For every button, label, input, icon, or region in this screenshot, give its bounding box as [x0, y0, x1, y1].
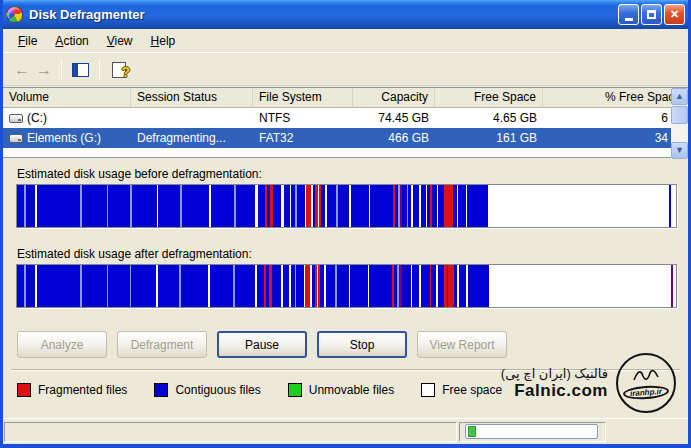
watermark-text: فالنیک (ایران اچ پی) Falnic.com	[501, 366, 608, 401]
usage-map-after	[16, 264, 677, 308]
toolbar-separator	[99, 60, 100, 80]
watermark-stamp-logo: iranhp.ir	[616, 353, 676, 413]
pause-button[interactable]: Pause	[217, 331, 307, 358]
minimize-button[interactable]	[618, 4, 639, 25]
after-defrag-label: Estimated disk usage after defragmentati…	[17, 247, 252, 261]
before-defrag-label: Estimated disk usage before defragmentat…	[17, 167, 262, 181]
close-icon: ✕	[670, 8, 679, 21]
legend-free-space: Free space	[421, 383, 502, 397]
list-header: Volume Session Status File System Capaci…	[3, 88, 688, 108]
console-tree-icon[interactable]	[72, 63, 89, 77]
action-button-row: Analyze Defragment Pause Stop View Repor…	[17, 331, 507, 358]
table-row-elements-g-selected[interactable]: Elements (G:) Defragmenting... FAT32 466…	[3, 128, 688, 148]
progress-panel	[459, 422, 606, 442]
fragmented-swatch	[17, 383, 31, 397]
menu-bar: File Action View Help	[3, 29, 688, 53]
table-row-c-drive[interactable]: (C:) NTFS 74.45 GB 4.65 GB 6 %	[3, 108, 688, 128]
window-title: Disk Defragmenter	[29, 7, 616, 22]
usage-map-before	[16, 184, 677, 228]
title-bar[interactable]: Disk Defragmenter ✕	[0, 0, 691, 29]
back-icon[interactable]: ←	[11, 61, 33, 79]
menu-help[interactable]: Help	[142, 31, 185, 51]
defragment-button[interactable]: Defragment	[117, 331, 207, 358]
close-button[interactable]: ✕	[664, 4, 685, 25]
maximize-button[interactable]	[641, 4, 662, 25]
forward-icon[interactable]: →	[33, 61, 55, 79]
volume-list: Volume Session Status File System Capaci…	[3, 87, 688, 158]
menu-view[interactable]: View	[98, 31, 142, 51]
watermark: فالنیک (ایران اچ پی) Falnic.com iranhp.i…	[501, 353, 676, 413]
legend: Fragmented files Contiguous files Unmova…	[17, 383, 529, 397]
status-bar	[3, 418, 688, 444]
column-header-session-status[interactable]: Session Status	[131, 88, 253, 108]
column-header-free-space[interactable]: Free Space	[435, 88, 543, 108]
column-header-file-system[interactable]: File System	[253, 88, 353, 108]
stop-button[interactable]: Stop	[317, 331, 407, 358]
stamp-signature-icon	[631, 367, 661, 385]
scroll-down-icon[interactable]: ▼	[671, 142, 688, 159]
drive-icon	[9, 134, 23, 143]
maximize-icon	[647, 10, 656, 19]
legend-unmovable: Unmovable files	[288, 383, 394, 397]
menu-file[interactable]: File	[9, 31, 46, 51]
analyze-button[interactable]: Analyze	[17, 331, 107, 358]
view-report-button[interactable]: View Report	[417, 331, 507, 358]
menu-action[interactable]: Action	[46, 31, 97, 51]
minimize-icon	[625, 18, 633, 21]
unmovable-swatch	[288, 383, 302, 397]
list-scrollbar[interactable]: ▲ ▼	[671, 88, 688, 159]
stamp-site-text: iranhp.ir	[623, 384, 670, 400]
column-header-capacity[interactable]: Capacity	[353, 88, 435, 108]
watermark-persian-text: فالنیک (ایران اچ پی)	[501, 366, 608, 381]
contiguous-swatch	[154, 383, 168, 397]
status-panel	[4, 422, 457, 442]
column-header-volume[interactable]: Volume	[3, 88, 131, 108]
scrollbar-thumb[interactable]	[671, 106, 688, 124]
free-space-swatch	[421, 383, 435, 397]
defragmenter-disk-icon	[6, 6, 23, 23]
toolbar: ← → ?	[3, 54, 688, 86]
help-icon[interactable]: ?	[112, 62, 126, 78]
defrag-progress-bar	[465, 424, 598, 439]
legend-fragmented: Fragmented files	[17, 383, 127, 397]
column-header-pct-free-space[interactable]: % Free Space	[543, 88, 688, 108]
legend-contiguous: Contiguous files	[154, 383, 260, 397]
disk-defragmenter-window: Disk Defragmenter ✕ File Action View Hel…	[0, 0, 691, 448]
toolbar-separator	[61, 60, 62, 80]
scroll-up-icon[interactable]: ▲	[671, 88, 688, 105]
watermark-site-text: Falnic.com	[501, 381, 608, 401]
drive-icon	[9, 114, 23, 123]
